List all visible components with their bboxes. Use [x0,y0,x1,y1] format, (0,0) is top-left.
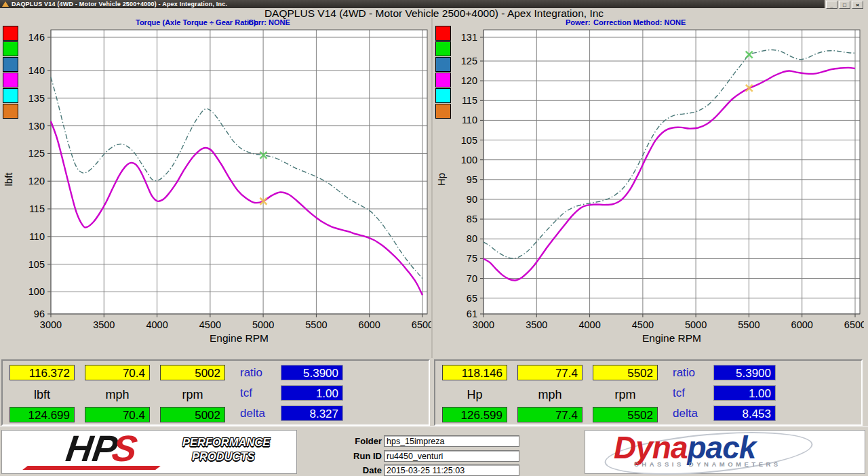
svg-text:4000: 4000 [146,319,167,330]
torque-ratio-value: 5.3900 [281,365,343,380]
svg-text:5500: 5500 [738,319,760,330]
svg-text:5000: 5000 [685,319,707,330]
hps-logo: HPS PERFORMANCE PRODUCTS [1,430,297,474]
power-speed-unit-label: mph [517,386,583,403]
date-field[interactable] [384,464,519,476]
folder-field[interactable] [384,435,519,447]
svg-text:146: 146 [28,32,45,43]
svg-text:70: 70 [467,273,477,284]
svg-text:135: 135 [28,93,45,104]
torque-tcf-label: tcf [240,385,278,401]
torque-cursor-rpm-value: 5002 [160,365,225,380]
power-chart-panel: Power: Correction Method: NONE Hp 616570… [434,18,864,358]
torque-cursor-torque-value: 116.372 [9,365,75,380]
power-ref-power-value: 126.599 [442,407,507,422]
svg-text:96: 96 [34,309,45,319]
svg-text:100: 100 [28,286,45,297]
power-ref-rpm-value: 5502 [593,407,658,422]
hps-logo-wordmark: HPS [64,428,140,469]
hps-logo-line1: PERFORMANCE [182,435,270,450]
torque-chart-panel: Torque (Axle Torque ÷ Gear Ratio): Corr:… [1,18,431,358]
torque-ref-rpm-value: 5002 [160,407,225,422]
torque-cursor-speed-value: 70.4 [85,365,150,380]
svg-text:100: 100 [461,155,477,165]
svg-text:3500: 3500 [93,319,115,330]
torque-delta-value: 8.327 [281,405,343,421]
torque-ref-speed-value: 70.4 [85,407,150,422]
svg-text:95: 95 [467,174,477,185]
hps-logo-s: S [110,428,140,469]
page-title: DAQPLUS V14 (4WD - Motor Vehicle 2500+40… [0,7,868,18]
svg-text:115: 115 [29,203,45,214]
svg-text:110: 110 [29,231,45,242]
svg-text:105: 105 [461,135,477,146]
window-title: DAQPLUS V14 (4WD - Motor Vehicle 2500+40… [12,1,227,7]
torque-tcf-value: 1.00 [281,385,343,401]
power-x-axis-label: Engine RPM [484,332,860,344]
svg-text:120: 120 [28,176,45,186]
svg-text:3500: 3500 [526,319,547,330]
svg-text:5000: 5000 [252,319,274,330]
svg-text:115: 115 [462,95,477,106]
svg-text:90: 90 [467,194,477,205]
torque-delta-label: delta [240,405,278,421]
power-delta-value: 8.453 [713,405,776,421]
svg-text:130: 130 [28,121,45,132]
power-cursor-power-value: 118.146 [442,365,507,380]
power-rpm-unit-label: rpm [593,386,658,403]
torque-rpm-unit-label: rpm [160,386,225,403]
torque-x-axis-label: Engine RPM [51,332,427,344]
hps-logo-tagline: PERFORMANCE PRODUCTS [182,435,270,464]
svg-text:75: 75 [467,253,477,264]
svg-text:140: 140 [28,65,45,76]
svg-text:80: 80 [467,233,477,244]
svg-text:4500: 4500 [632,319,654,330]
svg-text:61: 61 [467,309,477,319]
power-tcf-value: 1.00 [713,385,776,401]
svg-text:125: 125 [28,148,45,159]
svg-text:3000: 3000 [473,319,494,330]
power-delta-label: delta [673,405,711,421]
dynapack-logo: Dynapack CHASSIS DYNAMOMETERS [585,430,865,474]
folder-field-label: Folder [319,436,382,446]
run-id-field-label: Run ID [319,451,382,461]
svg-text:110: 110 [462,115,477,125]
power-unit-label: Hp [442,386,507,403]
power-plot[interactable]: 6165707580859095100105110115120125131300… [434,18,864,358]
svg-text:4000: 4000 [578,319,600,330]
torque-ref-torque-value: 124.699 [9,407,75,422]
power-ref-speed-value: 77.4 [517,407,583,422]
power-readout-panel: 118.146 77.4 5502 Hp mph rpm 126.599 77.… [434,359,863,426]
svg-text:105: 105 [28,259,45,270]
svg-text:125: 125 [461,56,477,66]
app-window: DAQPLUS V14 (4WD - Motor Vehicle 2500+40… [0,0,868,476]
torque-plot[interactable]: 9610010511011512012513013514014630003500… [1,18,431,358]
svg-text:6000: 6000 [791,319,813,330]
run-id-field[interactable] [384,450,519,462]
dynapack-logo-subtext: CHASSIS DYNAMOMETERS [634,460,781,468]
hps-logo-line2: PRODUCTS [192,450,270,464]
svg-text:6500: 6500 [844,319,864,330]
torque-ratio-label: ratio [240,365,278,380]
power-ratio-label: ratio [673,365,711,380]
torque-unit-label: lbft [9,386,75,403]
torque-readout-panel: 116.372 70.4 5002 lbft mph rpm 124.699 7… [1,359,430,426]
svg-text:6000: 6000 [359,319,380,330]
chart-panel-divider [431,18,433,358]
app-icon [2,1,9,7]
power-tcf-label: tcf [673,385,711,401]
svg-text:3000: 3000 [40,319,62,330]
svg-text:85: 85 [467,214,477,224]
svg-text:6500: 6500 [412,319,431,330]
svg-text:120: 120 [461,75,477,86]
power-cursor-rpm-value: 5502 [593,365,658,380]
svg-text:5500: 5500 [305,319,327,330]
svg-text:4500: 4500 [199,319,221,330]
svg-text:131: 131 [461,32,477,43]
torque-speed-unit-label: mph [85,386,150,403]
power-cursor-speed-value: 77.4 [517,365,583,380]
footer: HPS PERFORMANCE PRODUCTS Folder Run ID D… [0,427,868,476]
svg-text:65: 65 [467,293,477,304]
power-ratio-value: 5.3900 [713,365,776,380]
date-field-label: Date [319,465,382,475]
